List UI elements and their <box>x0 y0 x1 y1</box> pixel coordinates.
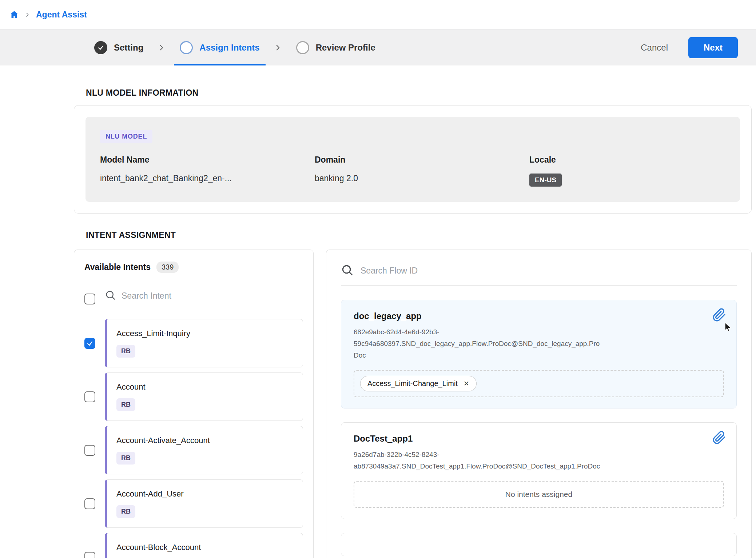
main-content: NLU MODEL INFORMATION NLU MODEL Model Na… <box>74 88 752 558</box>
flow-card-partial <box>341 533 737 556</box>
intent-row: Account-Add_User RB <box>84 479 303 528</box>
model-name-value: intent_bank2_chat_Banking2_en-... <box>100 174 315 183</box>
mouse-cursor <box>723 321 733 334</box>
flow-title: DocTest_app1 <box>354 434 724 444</box>
step-review-profile-label: Review Profile <box>316 43 375 53</box>
available-intents-panel: Available Intents 339 <box>74 250 314 558</box>
assigned-intent-chip[interactable]: Access_Limit-Change_Limit ✕ <box>360 376 477 391</box>
step-review-profile[interactable]: Review Profile <box>290 29 381 65</box>
step-setting-label: Setting <box>114 43 143 53</box>
flow-assignment-panel: doc_legacy_app 682e9abc-62d4-4e6d-92b3-5… <box>326 250 752 558</box>
step-assign-intents[interactable]: Assign Intents <box>174 29 265 65</box>
attach-intent-paperclip-icon[interactable] <box>712 308 726 323</box>
select-all-checkbox[interactable] <box>84 294 95 304</box>
breadcrumb-chevron-icon <box>25 12 30 17</box>
step-upcoming-icon <box>296 41 309 54</box>
intent-checkbox[interactable] <box>84 338 95 349</box>
remove-intent-icon[interactable]: ✕ <box>463 380 469 387</box>
intent-list: Access_Limit-Inquiry RB Account RB <box>84 319 303 558</box>
home-icon[interactable] <box>9 10 19 19</box>
intent-checkbox[interactable] <box>84 498 95 509</box>
breadcrumb-agent-assist[interactable]: Agent Assist <box>36 10 87 20</box>
available-intents-count: 339 <box>156 262 179 273</box>
intent-card[interactable]: Access_Limit-Inquiry RB <box>105 319 303 367</box>
search-icon <box>105 290 116 302</box>
breadcrumb: Agent Assist <box>0 0 756 29</box>
nlu-section-title: NLU MODEL INFORMATION <box>86 88 752 98</box>
step-separator-chevron-icon <box>274 44 282 51</box>
step-separator-chevron-icon <box>158 44 165 51</box>
intent-card[interactable]: Account-Block_Account RB <box>105 533 303 558</box>
intent-name: Access_Limit-Inquiry <box>116 329 293 338</box>
intent-tag-badge: RB <box>116 345 135 358</box>
flow-card-doc-legacy-app: doc_legacy_app 682e9abc-62d4-4e6d-92b3-5… <box>341 300 737 408</box>
no-intents-text: No intents assigned <box>505 490 572 499</box>
flow-title: doc_legacy_app <box>354 311 724 321</box>
locale-badge: EN-US <box>529 174 562 187</box>
intent-drop-zone[interactable]: No intents assigned <box>354 481 724 508</box>
intent-name: Account <box>116 382 293 392</box>
intent-tag-badge: RB <box>116 505 135 518</box>
intent-card[interactable]: Account RB <box>105 372 303 421</box>
intent-section-title: INTENT ASSIGNMENT <box>86 230 752 240</box>
intent-checkbox[interactable] <box>84 552 95 558</box>
step-assign-intents-label: Assign Intents <box>199 43 259 53</box>
model-name-label: Model Name <box>100 155 315 165</box>
step-active-icon <box>180 41 193 54</box>
search-icon <box>341 264 353 278</box>
available-intents-title: Available Intents <box>84 262 151 272</box>
step-setting[interactable]: Setting <box>88 29 149 65</box>
search-flow-id-input[interactable] <box>361 266 737 276</box>
intent-tag-badge: RB <box>116 452 135 465</box>
intent-drop-zone[interactable]: Access_Limit-Change_Limit ✕ <box>354 370 724 397</box>
intent-row: Account-Activate_Account RB <box>84 426 303 474</box>
nlu-model-panel: NLU MODEL Model Name intent_bank2_chat_B… <box>85 117 740 202</box>
flow-id: 9a26d7ab-322b-4c52-8243-ab873049a3a7.SND… <box>354 449 600 472</box>
intent-checkbox[interactable] <box>84 391 95 402</box>
stepper: Setting Assign Intents Review Profile Ca… <box>0 29 756 65</box>
assigned-intent-label: Access_Limit-Change_Limit <box>367 379 458 388</box>
nlu-model-card: NLU MODEL Model Name intent_bank2_chat_B… <box>74 105 752 214</box>
cancel-button[interactable]: Cancel <box>641 43 668 53</box>
domain-field: Domain banking 2.0 <box>315 155 529 187</box>
intent-card[interactable]: Account-Add_User RB <box>105 479 303 528</box>
attach-intent-paperclip-icon[interactable] <box>712 431 726 446</box>
intent-name: Account-Activate_Account <box>116 436 293 445</box>
flow-card-doctest-app1: DocTest_app1 9a26d7ab-322b-4c52-8243-ab8… <box>341 422 737 519</box>
intent-card[interactable]: Account-Activate_Account RB <box>105 426 303 474</box>
intent-checkbox[interactable] <box>84 445 95 456</box>
intent-tag-badge: RB <box>116 398 135 411</box>
search-intent-input[interactable] <box>122 291 303 301</box>
model-name-field: Model Name intent_bank2_chat_Banking2_en… <box>100 155 315 187</box>
domain-label: Domain <box>315 155 529 165</box>
domain-value: banking 2.0 <box>315 174 529 183</box>
intent-row: Account-Block_Account RB <box>84 533 303 558</box>
locale-field: Locale EN-US <box>529 155 725 187</box>
intent-name: Account-Block_Account <box>116 543 293 552</box>
locale-label: Locale <box>529 155 725 165</box>
next-button[interactable]: Next <box>688 37 738 58</box>
flow-id: 682e9abc-62d4-4e6d-92b3-59c94a680397.SND… <box>354 326 600 361</box>
intent-row: Access_Limit-Inquiry RB <box>84 319 303 367</box>
intent-row: Account RB <box>84 372 303 421</box>
step-complete-icon <box>94 41 107 54</box>
intent-name: Account-Add_User <box>116 489 293 499</box>
nlu-model-badge: NLU MODEL <box>100 130 152 143</box>
